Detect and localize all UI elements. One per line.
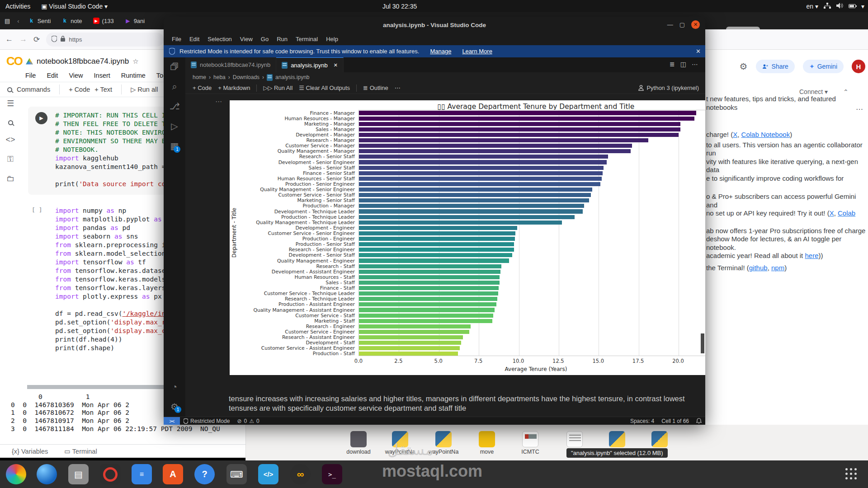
- vscode-menu-selection[interactable]: Selection: [204, 35, 235, 43]
- files-icon[interactable]: ▤: [68, 464, 89, 484]
- commands-button[interactable]: Commands: [17, 86, 50, 93]
- variables-button[interactable]: {x} Variables: [12, 448, 48, 455]
- notifications-bell-icon[interactable]: [693, 418, 705, 424]
- help-icon[interactable]: ?: [194, 464, 215, 484]
- explorer-icon[interactable]: 🗇: [170, 62, 179, 72]
- settings-gear-icon[interactable]: ⚙1: [170, 401, 179, 412]
- tab-close-icon[interactable]: ✕: [334, 62, 338, 68]
- run-all-button[interactable]: ▷ Run all: [131, 86, 158, 93]
- file-item[interactable]: [640, 431, 679, 449]
- network-icon[interactable]: [824, 3, 831, 10]
- find-replace-icon[interactable]: [8, 120, 13, 125]
- colab-menu-insert[interactable]: Insert: [94, 72, 110, 79]
- colab-logo-icon[interactable]: CO: [6, 54, 22, 68]
- back-icon[interactable]: ‹: [14, 18, 22, 24]
- add-markdown-button[interactable]: + Markdown: [218, 84, 250, 91]
- release-note-link[interactable]: Colab Notebook: [741, 131, 790, 138]
- browser-tab[interactable]: kSenti: [24, 14, 56, 28]
- toc-icon[interactable]: ☰: [7, 99, 14, 108]
- focused-app-menu[interactable]: ▣ Visual Studio Code ▾: [36, 3, 113, 10]
- add-code-button[interactable]: + Code: [69, 86, 90, 93]
- pinwheel-icon[interactable]: [6, 464, 26, 484]
- back-arrow-icon[interactable]: ←: [5, 35, 13, 44]
- vscode-maximize-icon[interactable]: ▢: [679, 21, 685, 28]
- vscode-menu-terminal[interactable]: Terminal: [292, 35, 321, 43]
- editor-tab[interactable]: notebook18fbbcae74.ipynb: [185, 57, 276, 72]
- split-editor-icon[interactable]: ◫: [680, 61, 686, 68]
- add-text-button[interactable]: + Text: [94, 86, 112, 93]
- breadcrumb-item[interactable]: heba: [213, 74, 226, 80]
- browser-tab[interactable]: ▶9ani: [120, 14, 150, 28]
- breadcrumb-item[interactable]: home: [193, 74, 206, 80]
- vscode-menu-run[interactable]: Run: [273, 35, 291, 43]
- markdown-note[interactable]: tensure increases with increasing salari…: [229, 394, 705, 413]
- source-control-icon[interactable]: ⎇: [169, 101, 179, 112]
- activities-button[interactable]: Activities: [0, 3, 36, 10]
- toolbar-more-icon[interactable]: ⋯: [395, 84, 401, 91]
- release-note-link[interactable]: Colab: [838, 209, 855, 217]
- learn-more-link[interactable]: Learn More: [462, 48, 492, 55]
- code-snippets-icon[interactable]: <>: [5, 135, 15, 145]
- release-note-link[interactable]: X: [733, 131, 737, 138]
- gemini-button[interactable]: ✦Gemini: [803, 60, 844, 73]
- vscode-menu-file[interactable]: File: [168, 35, 185, 43]
- banner-close-icon[interactable]: ✕: [696, 48, 701, 55]
- reload-icon[interactable]: ⟳: [33, 35, 40, 44]
- vscode-close-icon[interactable]: ✕: [691, 20, 700, 29]
- colab-menu-view[interactable]: View: [69, 72, 83, 79]
- colab-icon[interactable]: ∞: [290, 464, 311, 484]
- outline-button[interactable]: ≣ Outline: [363, 84, 388, 91]
- release-note-link[interactable]: github: [749, 264, 768, 272]
- run-cell-button[interactable]: ▶: [35, 112, 47, 124]
- settings-gear-icon[interactable]: ⚙: [740, 61, 748, 72]
- search-icon[interactable]: ⌕: [172, 81, 177, 92]
- colab-menu-file[interactable]: File: [25, 72, 36, 79]
- editor-tab[interactable]: analysis.ipynb✕: [276, 57, 344, 72]
- vscode-minimize-icon[interactable]: —: [667, 21, 673, 28]
- forward-arrow-icon[interactable]: →: [19, 35, 27, 44]
- shield-icon[interactable]: [52, 36, 57, 43]
- release-note-link[interactable]: here: [805, 252, 818, 259]
- file-item[interactable]: [598, 431, 637, 449]
- browser-tab[interactable]: knote: [57, 14, 86, 28]
- vscode-icon[interactable]: </>: [258, 464, 278, 484]
- secrets-key-icon[interactable]: ⚿: [7, 155, 14, 164]
- kernel-picker[interactable]: Python 3 (ipykernel): [638, 84, 699, 91]
- document-icon[interactable]: ≡: [132, 464, 152, 484]
- file-item[interactable]: move: [467, 431, 506, 455]
- share-button[interactable]: Share: [756, 60, 795, 73]
- battery-icon[interactable]: [849, 4, 856, 8]
- system-menu-chevron-icon[interactable]: ▾: [861, 3, 864, 10]
- connect-button[interactable]: Connect ▾: [799, 88, 828, 95]
- breadcrumb-item[interactable]: Downloads: [233, 74, 259, 80]
- app-grid-icon[interactable]: [845, 468, 857, 480]
- cell-more-icon[interactable]: ⋯: [215, 98, 222, 106]
- firefox-icon[interactable]: [37, 464, 57, 484]
- star-icon[interactable]: ☆: [132, 57, 138, 66]
- file-item[interactable]: download: [339, 431, 378, 455]
- add-code-button[interactable]: + Code: [193, 84, 212, 91]
- restricted-mode-status[interactable]: Restricted Mode: [180, 418, 233, 424]
- terminal-icon[interactable]: >_: [322, 464, 342, 484]
- files-folder-icon[interactable]: 🗀: [6, 174, 14, 183]
- appstore-icon[interactable]: A: [163, 464, 183, 484]
- browser-tab[interactable]: ▶(133: [89, 14, 118, 28]
- terminal-button[interactable]: ▭ Terminal: [64, 448, 97, 455]
- vscode-menu-go[interactable]: Go: [257, 35, 272, 43]
- extensions-icon[interactable]: ▦1: [170, 141, 179, 151]
- colab-menu-edit[interactable]: Edit: [47, 72, 58, 79]
- manage-link[interactable]: Manage: [430, 48, 451, 55]
- recorder-icon[interactable]: [100, 464, 120, 484]
- editor-scrollbar[interactable]: [701, 333, 704, 353]
- editor-more-icon[interactable]: ⋯: [692, 61, 698, 68]
- problems-status[interactable]: ⊘ 0 ⚠ 0: [233, 418, 263, 424]
- remote-indicator[interactable]: ><: [164, 417, 180, 425]
- release-note-link[interactable]: npm: [771, 264, 784, 272]
- vscode-menu-edit[interactable]: Edit: [186, 35, 203, 43]
- vscode-menu-help[interactable]: Help: [322, 35, 342, 43]
- spaces-status[interactable]: Spaces: 4: [627, 418, 658, 424]
- release-note-link[interactable]: X: [830, 209, 834, 217]
- tab-overview-icon[interactable]: ▤: [0, 18, 14, 24]
- account-icon[interactable]: ◔: [172, 382, 177, 392]
- breadcrumb-item[interactable]: analysis.ipynb: [275, 74, 309, 80]
